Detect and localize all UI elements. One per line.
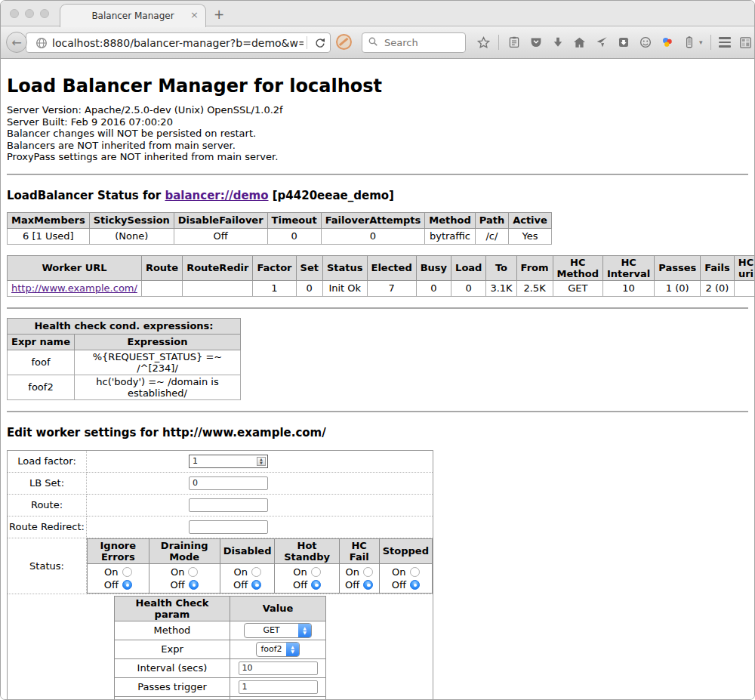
balancer-demo-link[interactable]: balancer://demo xyxy=(165,189,268,202)
overflow-caret-icon[interactable]: ▾ xyxy=(699,39,703,46)
radio-on-label: On xyxy=(293,566,307,578)
heading-suffix: [p4420eeae_demo] xyxy=(269,189,394,202)
load-factor-stepper[interactable]: ▲▼ xyxy=(189,455,268,468)
load-factor-row: Load factor: ▲▼ xyxy=(8,450,433,472)
table-header-row: MaxMembers StickySession DisableFailover… xyxy=(8,212,552,228)
url-text[interactable]: localhost:8880/balancer-manager?b=demo&w… xyxy=(52,37,304,49)
col-hc-interval: HC Interval xyxy=(602,255,654,280)
disabled-off-radio[interactable] xyxy=(251,580,261,590)
browser-window: Balancer Manager × + ← localhost:8880/ba… xyxy=(0,0,755,700)
new-tab-button[interactable]: + xyxy=(214,7,224,22)
table-header-row: Expr name Expression xyxy=(8,334,241,350)
disabled-on-radio[interactable] xyxy=(251,567,261,577)
heading-prefix: LoadBalancer Status for xyxy=(7,189,165,202)
method-select[interactable]: GET ▲▼ xyxy=(244,623,312,638)
draining-mode-on-radio[interactable] xyxy=(188,567,198,577)
radio-off-label: Off xyxy=(392,579,406,591)
balancer-status-table: MaxMembers StickySession DisableFailover… xyxy=(7,212,552,245)
draining-mode-off-radio[interactable] xyxy=(189,580,199,590)
hot-standby-off-radio[interactable] xyxy=(311,580,321,590)
close-window-button[interactable] xyxy=(10,9,19,18)
cell-method: bytraffic xyxy=(425,228,475,244)
table-row: http://www.example.com/ 1 0 Init Ok 7 0 … xyxy=(8,280,755,296)
fails-label: Fails trigger) xyxy=(115,696,230,700)
col-factor: Factor xyxy=(253,255,296,280)
worker-status-table: Worker URL Route RouteRedir Factor Set S… xyxy=(7,255,755,297)
expr-row: Expr foof2 ▲▼ xyxy=(115,640,326,658)
battery-extension-icon[interactable] xyxy=(682,35,696,50)
table-row: 6 [1 Used] (None) Off 0 0 bytraffic /c/ … xyxy=(8,228,552,244)
col-draining-mode: Draining Mode xyxy=(149,538,220,563)
ignore-errors-on-radio[interactable] xyxy=(122,567,132,577)
cell-hc-method: GET xyxy=(553,280,602,296)
smiley-icon[interactable] xyxy=(638,35,652,50)
method-label: Method xyxy=(115,621,230,640)
col-elected: Elected xyxy=(367,255,416,280)
stopped-off-radio[interactable] xyxy=(410,580,420,590)
col-expr-name: Expr name xyxy=(8,334,75,350)
route-label: Route: xyxy=(8,494,87,516)
route-row: Route: xyxy=(8,494,433,516)
download-box-icon[interactable] xyxy=(616,35,630,50)
search-input[interactable] xyxy=(383,36,454,49)
hot-standby-on-radio[interactable] xyxy=(311,567,321,577)
passes-input[interactable] xyxy=(239,680,318,694)
page-title: Load Balancer Manager for localhost xyxy=(7,76,748,97)
home-icon[interactable] xyxy=(572,35,587,50)
expr-select[interactable]: foof2 ▲▼ xyxy=(256,642,300,657)
worker-url-link[interactable]: http://www.example.com/ xyxy=(11,282,137,294)
downloads-icon[interactable] xyxy=(550,35,565,50)
cell-route xyxy=(141,280,182,296)
route-redirect-input[interactable] xyxy=(189,520,268,534)
expr-label: Expr xyxy=(115,640,230,658)
hot-standby-cell: On Off xyxy=(275,563,339,593)
table-header-row: Ignore Errors Draining Mode Disabled Hot… xyxy=(88,538,433,563)
url-bar[interactable]: localhost:8880/balancer-manager?b=demo&w… xyxy=(26,32,331,53)
minimize-window-button[interactable] xyxy=(25,9,34,18)
stepper-arrows-icon[interactable]: ▲▼ xyxy=(257,457,266,466)
toolbar-divider xyxy=(710,35,711,50)
colors-extension-icon[interactable] xyxy=(660,35,674,50)
window-controls[interactable] xyxy=(10,9,49,18)
col-active: Active xyxy=(509,212,552,228)
cell-timeout: 0 xyxy=(267,228,321,244)
radio-on-label: On xyxy=(104,566,118,578)
balancers-notice-line: Balancers are NOT inherited from main se… xyxy=(7,140,748,152)
cell-expression: hc('body') =~ /domain is established/ xyxy=(75,375,241,399)
menu-icon[interactable] xyxy=(719,37,731,47)
search-box[interactable] xyxy=(362,32,466,53)
cell-from: 2.5K xyxy=(516,280,553,296)
tab-close-icon[interactable]: × xyxy=(190,9,199,20)
col-passes: Passes xyxy=(655,255,701,280)
ignore-errors-off-radio[interactable] xyxy=(122,580,132,590)
nav-toolbar: ← localhost:8880/balancer-manager?b=demo… xyxy=(1,26,754,59)
route-redirect-label: Route Redirect: xyxy=(8,516,87,538)
urlbar-divider xyxy=(307,36,307,49)
stopped-on-radio[interactable] xyxy=(410,567,420,577)
cell-active: Yes xyxy=(509,228,552,244)
interval-input[interactable] xyxy=(239,661,318,675)
reload-icon[interactable] xyxy=(310,37,330,49)
route-input[interactable] xyxy=(189,498,268,512)
divider xyxy=(7,174,748,175)
stopped-cell: On Off xyxy=(379,563,432,593)
zoom-window-button[interactable] xyxy=(40,9,49,18)
tab-balancer-manager[interactable]: Balancer Manager × xyxy=(60,4,206,27)
col-load: Load xyxy=(451,255,486,280)
lb-set-input[interactable] xyxy=(189,476,268,490)
send-icon[interactable] xyxy=(594,35,609,50)
hc-fail-on-radio[interactable] xyxy=(363,567,373,577)
pocket-icon[interactable] xyxy=(528,35,543,50)
col-to: To xyxy=(486,255,516,280)
hc-fail-off-radio[interactable] xyxy=(363,580,373,590)
blocked-content-icon[interactable] xyxy=(336,34,352,50)
back-button[interactable]: ← xyxy=(6,32,27,53)
table-row: foof %{REQUEST_STATUS} =~ /^[234]/ xyxy=(8,350,241,375)
radio-off-label: Off xyxy=(293,579,307,591)
reading-list-icon[interactable] xyxy=(507,35,521,50)
col-hc-uri: HC uri xyxy=(734,255,755,280)
tab-grid-icon[interactable] xyxy=(738,35,753,50)
cell-path: /c/ xyxy=(475,228,508,244)
bookmark-star-icon[interactable] xyxy=(476,35,491,50)
col-status: Status xyxy=(322,255,367,280)
